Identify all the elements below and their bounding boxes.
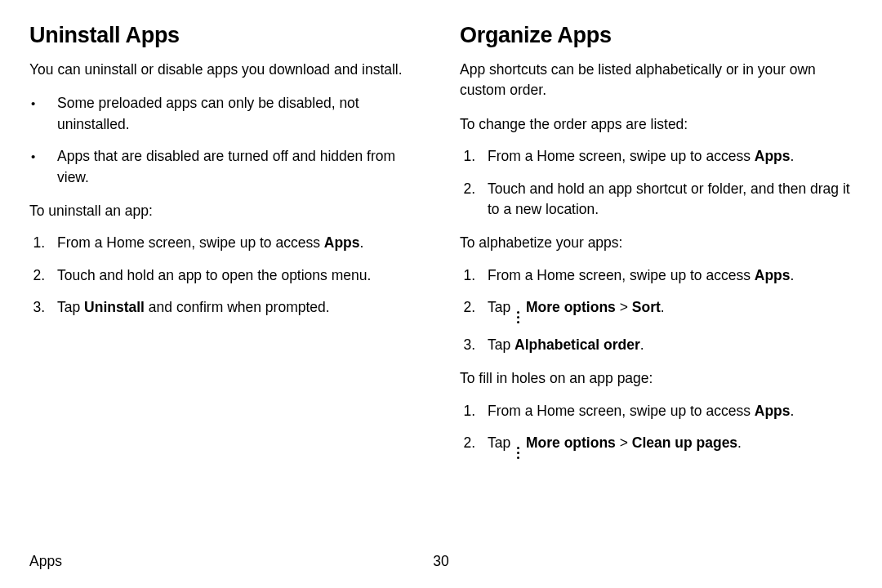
organize-subhead-1: To change the order apps are listed: <box>460 114 853 135</box>
footer-page-number: 30 <box>433 553 448 570</box>
bold-text: Apps <box>755 403 791 419</box>
bold-text: More options <box>526 299 616 315</box>
content-columns: Uninstall Apps You can uninstall or disa… <box>29 23 853 472</box>
footer-section-label: Apps <box>29 553 62 570</box>
list-item: From a Home screen, swipe up to access A… <box>49 233 422 253</box>
organize-heading: Organize Apps <box>460 23 853 48</box>
page-footer: Apps 30 <box>29 553 853 570</box>
step-text: . <box>360 234 364 251</box>
list-item: Touch and hold an app shortcut or folder… <box>479 179 853 220</box>
bold-text: More options <box>526 434 616 451</box>
list-item: Touch and hold an app to open the option… <box>49 265 422 286</box>
list-item: Tap Alphabetical order. <box>479 335 853 355</box>
list-item: From a Home screen, swipe up to access A… <box>479 146 853 167</box>
organize-subhead-2: To alphabetize your apps: <box>460 233 853 253</box>
step-text: . <box>661 299 665 315</box>
bold-text: Uninstall <box>84 299 145 315</box>
uninstall-heading: Uninstall Apps <box>29 23 422 48</box>
bold-text: Apps <box>755 267 791 283</box>
list-item: From a Home screen, swipe up to access A… <box>479 401 853 421</box>
step-text: > <box>616 299 632 315</box>
right-column: Organize Apps App shortcuts can be liste… <box>460 23 853 472</box>
left-column: Uninstall Apps You can uninstall or disa… <box>29 23 422 472</box>
uninstall-steps: From a Home screen, swipe up to access A… <box>29 233 422 318</box>
step-text: Tap <box>57 299 84 315</box>
step-text: From a Home screen, swipe up to access <box>488 148 755 164</box>
step-text: Tap <box>488 299 514 315</box>
bold-text: Clean up pages <box>632 434 737 451</box>
step-text: From a Home screen, swipe up to access <box>488 267 755 283</box>
organize-steps-3: From a Home screen, swipe up to access A… <box>460 401 853 459</box>
list-item: Apps that are disabled are turned off an… <box>49 146 422 188</box>
bold-text: Alphabetical order <box>514 336 640 353</box>
uninstall-intro: You can uninstall or disable apps you do… <box>29 60 422 80</box>
organize-steps-2: From a Home screen, swipe up to access A… <box>460 265 853 356</box>
bold-text: Apps <box>755 148 791 164</box>
step-text: and confirm when prompted. <box>145 299 330 315</box>
organize-subhead-3: To fill in holes on an app page: <box>460 368 853 389</box>
step-text: . <box>791 267 795 283</box>
step-text: . <box>791 148 795 164</box>
list-item: Tap Uninstall and confirm when prompted. <box>49 297 422 318</box>
more-options-icon <box>515 447 520 459</box>
organize-intro: App shortcuts can be listed alphabetical… <box>460 60 853 101</box>
organize-steps-1: From a Home screen, swipe up to access A… <box>460 146 853 220</box>
list-item: Tap More options > Clean up pages. <box>479 433 853 459</box>
uninstall-bullets: Some preloaded apps can only be disabled… <box>29 93 422 188</box>
step-text: Tap <box>488 336 514 353</box>
step-text: > <box>616 434 632 451</box>
more-options-icon <box>515 311 520 323</box>
step-text: From a Home screen, swipe up to access <box>488 403 755 419</box>
step-text: . <box>737 434 742 451</box>
list-item: Tap More options > Sort. <box>479 297 853 323</box>
step-text: . <box>791 403 795 419</box>
bold-text: Sort <box>632 299 661 315</box>
step-text: Tap <box>488 434 514 451</box>
step-text: . <box>640 336 644 353</box>
step-text: From a Home screen, swipe up to access <box>57 234 324 251</box>
list-item: From a Home screen, swipe up to access A… <box>479 265 853 286</box>
list-item: Some preloaded apps can only be disabled… <box>49 93 422 135</box>
bold-text: Apps <box>324 234 360 251</box>
uninstall-subhead: To uninstall an app: <box>29 201 422 221</box>
